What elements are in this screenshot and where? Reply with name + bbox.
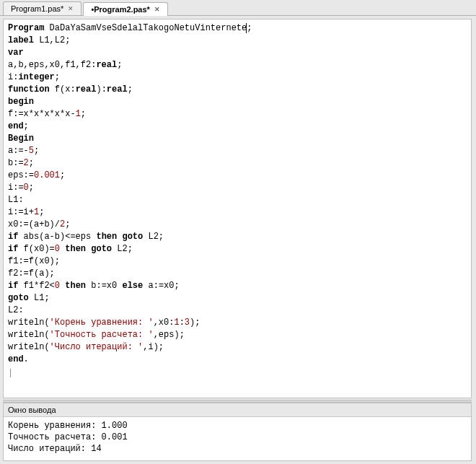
text-token: b:=x0	[86, 281, 122, 291]
num-token: 1	[76, 109, 81, 119]
text-token: f(x:	[50, 84, 76, 95]
code-editor[interactable]: Program DaDaYaSamVseSdelalTakogoNetuVint…	[4, 19, 471, 398]
code-line: x0:=(a+b)/2;	[8, 219, 467, 231]
text-token: ):	[96, 84, 106, 95]
text-token: ;	[24, 121, 29, 131]
kw-token: var	[8, 48, 24, 58]
str-token: 'Число итераций: '	[50, 342, 144, 352]
code-line: a,b,eps,x0,f1,f2:real;	[8, 59, 467, 71]
code-line: label L1,L2;	[8, 35, 467, 47]
kw-token: label	[8, 35, 34, 45]
code-line: i:integer;	[8, 71, 467, 84]
code-line: begin	[8, 96, 467, 108]
kw-token: if	[8, 232, 18, 242]
code-line: i:=0;	[8, 182, 467, 194]
kw-token: then	[65, 281, 86, 291]
code-line: L1:	[8, 194, 467, 206]
code-line: end;	[8, 121, 467, 133]
caret-tail: |	[8, 367, 13, 380]
code-line: a:=-5;	[8, 145, 467, 157]
text-token: a:=-	[8, 146, 29, 156]
num-token: 0.001	[34, 170, 60, 180]
text-token: L1,L2;	[34, 35, 70, 45]
output-body[interactable]: Корень уравнения: 1.000 Точность расчета…	[4, 417, 471, 460]
text-token: ;	[81, 109, 86, 119]
text-token: ;	[65, 219, 70, 229]
code-line: L2:	[8, 305, 467, 317]
close-icon[interactable]: ✕	[154, 6, 160, 13]
str-token: 'Корень уравнения: '	[50, 318, 154, 328]
code-line: Program DaDaYaSamVseSdelalTakogoNetuVint…	[8, 22, 467, 35]
code-line: if f1*f2<0 then b:=x0 else a:=x0;	[8, 280, 467, 292]
code-line: if abs(a-b)<=eps then goto L2;	[8, 231, 467, 243]
text-token: abs(a-b)<=eps	[18, 232, 96, 242]
kw-token: else	[122, 281, 143, 291]
code-line: end.	[8, 354, 467, 366]
text-token: i:=	[8, 183, 24, 193]
code-line: writeln('Корень уравнения: ',x0:1:3);	[8, 317, 467, 329]
tab-bar: Program1.pas*✕•Program2.pas*✕	[0, 0, 476, 16]
text-token: x0:=(a+b)/	[8, 219, 60, 229]
code-line: var	[8, 47, 467, 59]
text-token: f1:=f(x0);	[8, 256, 60, 266]
kw-token: then	[65, 244, 86, 254]
type-token: integer	[18, 72, 54, 82]
text-token: L1:	[8, 195, 24, 205]
text-token: ;	[247, 23, 252, 33]
close-icon[interactable]: ✕	[68, 5, 74, 12]
text-token: :	[180, 318, 185, 328]
text-token: i:=i+	[8, 207, 34, 217]
tab-1[interactable]: •Program2.pas*✕	[83, 2, 168, 16]
text-token: eps:=	[8, 170, 34, 180]
output-panel: Окно вывода Корень уравнения: 1.000 Точн…	[3, 403, 472, 461]
kw-token: goto	[8, 293, 29, 303]
text-token: f:=x*x*x*x*x-	[8, 109, 76, 119]
kw-token: Program	[8, 23, 44, 33]
kw-token: goto	[122, 232, 143, 242]
tab-0[interactable]: Program1.pas*✕	[3, 1, 81, 15]
kw-token: end	[8, 121, 24, 131]
code-line: writeln('Число итераций: ',i);	[8, 341, 467, 354]
code-line: writeln('Точность расчета: ',eps);	[8, 329, 467, 341]
text-token: L2;	[112, 244, 133, 254]
tab-label: Program1.pas*	[11, 4, 63, 13]
text-token: b:=	[8, 158, 24, 168]
type-token: real	[107, 84, 128, 95]
num-token: 0	[24, 183, 29, 193]
text-token: ,i);	[143, 342, 164, 352]
str-token: 'Точность расчета: '	[50, 330, 154, 340]
text-token: ;	[29, 183, 34, 193]
text-token: L2;	[143, 232, 164, 242]
code-line: Begin	[8, 133, 467, 145]
text-token: ,eps);	[154, 330, 185, 340]
text-token: f(x0)=	[18, 244, 54, 254]
kw-token: goto	[91, 244, 112, 254]
text-token: i:	[8, 72, 18, 82]
type-token: real	[96, 60, 117, 70]
text-token: ;	[60, 170, 65, 180]
code-line: function f(x:real):real;	[8, 84, 467, 96]
code-line: goto L1;	[8, 292, 467, 305]
text-token: .	[24, 354, 29, 364]
num-token: 2	[24, 158, 29, 168]
num-token: 1	[174, 318, 179, 328]
kw-token: function	[8, 84, 50, 95]
text-token: L2:	[8, 305, 24, 315]
text-token: DaDaYaSamVseSdelalTakogoNetuVinternete	[44, 23, 247, 33]
text-token: f2:=f(a);	[8, 268, 55, 279]
code-line: f2:=f(a);	[8, 268, 467, 280]
type-token: real	[76, 84, 97, 95]
text-token: a:=x0;	[143, 281, 179, 291]
text-token: ,x0:	[154, 318, 175, 328]
code-line: f:=x*x*x*x*x-1;	[8, 108, 467, 121]
text-token: f1*f2<	[18, 281, 54, 291]
text-token: ;	[39, 207, 44, 217]
editor-container: Program DaDaYaSamVseSdelalTakogoNetuVint…	[3, 19, 472, 398]
code-line: if f(x0)=0 then goto L2;	[8, 243, 467, 255]
num-token: 0	[55, 244, 60, 254]
tab-label: •Program2.pas*	[91, 5, 150, 14]
kw-token: if	[8, 281, 18, 291]
num-token: 3	[185, 318, 190, 328]
kw-token: begin	[8, 97, 34, 107]
text-token: ;	[128, 84, 133, 95]
